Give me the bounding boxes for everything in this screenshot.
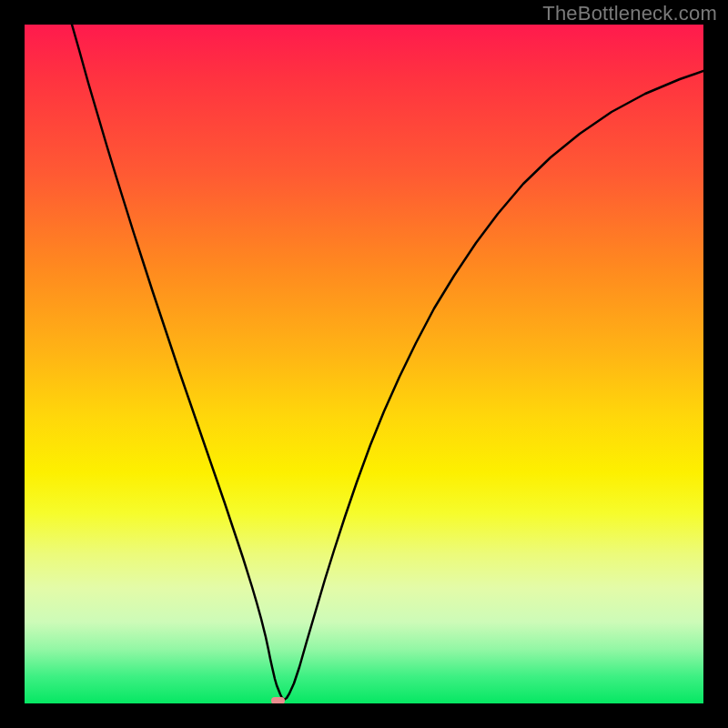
chart-frame: TheBottleneck.com bbox=[0, 0, 728, 728]
plot-area bbox=[25, 25, 703, 703]
curve-svg bbox=[25, 25, 703, 703]
minimum-marker bbox=[271, 697, 285, 703]
bottleneck-curve bbox=[72, 25, 703, 700]
watermark-text: TheBottleneck.com bbox=[542, 2, 717, 25]
